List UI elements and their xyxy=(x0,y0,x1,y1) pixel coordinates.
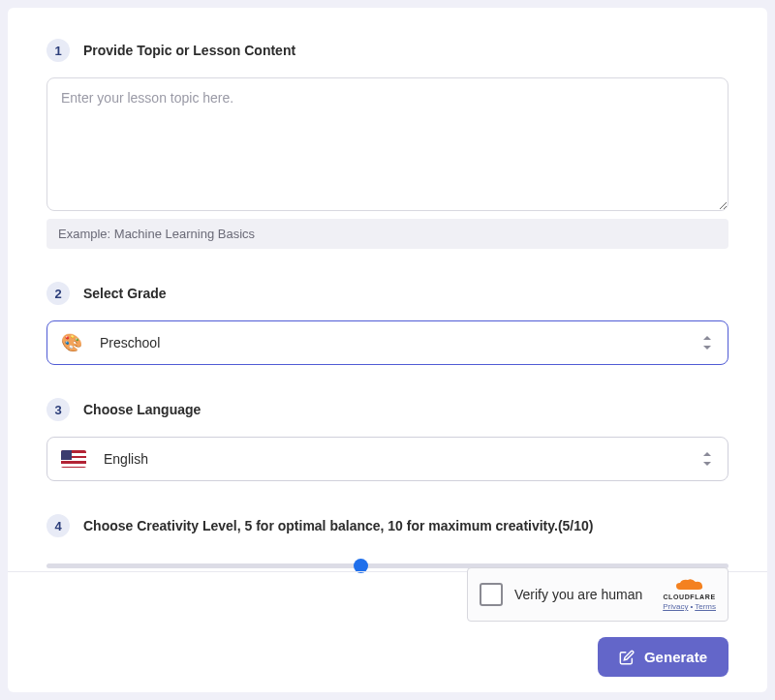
captcha-checkbox[interactable] xyxy=(480,583,503,606)
language-value: English xyxy=(104,451,683,467)
privacy-link[interactable]: Privacy xyxy=(663,602,688,611)
edit-icon xyxy=(619,650,635,665)
generate-label: Generate xyxy=(644,649,707,665)
chevron-updown-icon xyxy=(700,450,714,468)
step-3-header: 3 Choose Language xyxy=(46,398,728,421)
form-container: 1 Provide Topic or Lesson Content Exampl… xyxy=(8,8,767,692)
step-4-number: 4 xyxy=(46,514,70,537)
topic-example: Example: Machine Learning Basics xyxy=(46,219,728,249)
bottom-actions: Verify you are human CLOUDFLARE Privacy•… xyxy=(467,567,728,677)
cloudflare-name: CLOUDFLARE xyxy=(663,593,715,600)
step-1-header: 1 Provide Topic or Lesson Content xyxy=(46,39,728,62)
step-2-header: 2 Select Grade xyxy=(46,282,728,305)
step-2-label: Select Grade xyxy=(83,286,167,301)
flag-us-icon xyxy=(61,450,86,468)
generate-button[interactable]: Generate xyxy=(598,637,728,677)
step-2-number: 2 xyxy=(46,282,70,305)
step-4-header: 4 Choose Creativity Level, 5 for optimal… xyxy=(46,514,728,537)
step-1-number: 1 xyxy=(46,39,70,62)
grade-select[interactable]: 🎨 Preschool xyxy=(46,320,728,365)
step-1-label: Provide Topic or Lesson Content xyxy=(83,43,295,58)
palette-icon: 🎨 xyxy=(61,332,82,353)
captcha-label: Verify you are human xyxy=(514,587,651,602)
grade-value: Preschool xyxy=(100,335,683,350)
cloudflare-links: Privacy•Terms xyxy=(663,602,716,611)
step-3-number: 3 xyxy=(46,398,70,421)
cloudflare-brand: CLOUDFLARE Privacy•Terms xyxy=(663,578,716,611)
language-select[interactable]: English xyxy=(46,437,728,481)
lesson-topic-input[interactable] xyxy=(46,77,728,211)
chevron-updown-icon xyxy=(700,334,714,351)
terms-link[interactable]: Terms xyxy=(695,602,716,611)
captcha-box: Verify you are human CLOUDFLARE Privacy•… xyxy=(467,567,728,622)
step-4-label: Choose Creativity Level, 5 for optimal b… xyxy=(83,518,593,533)
step-3-label: Choose Language xyxy=(83,402,201,417)
cloudflare-logo-icon xyxy=(674,578,705,592)
